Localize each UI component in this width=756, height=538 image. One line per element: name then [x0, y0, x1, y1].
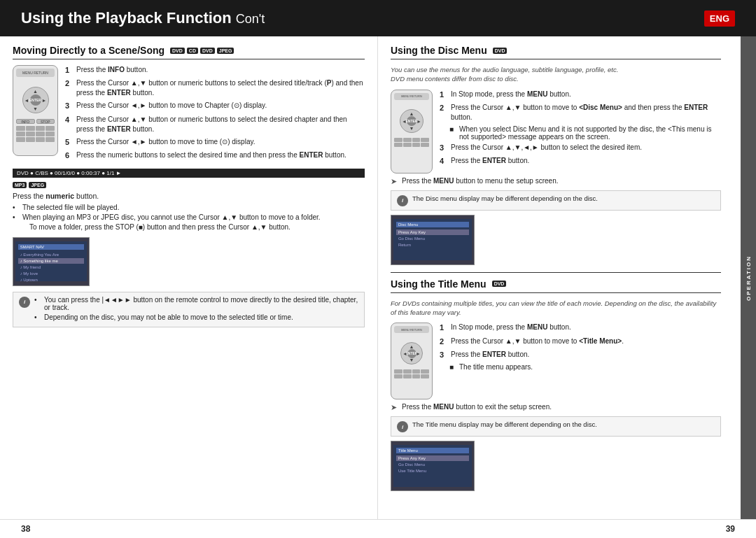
title-step-2: 2 Press the Cursor ▲,▼ button to move to… [440, 337, 721, 347]
title-note-text: The Title menu display may be different … [412, 420, 597, 428]
disc-note-text: The Disc menu display may be different d… [412, 194, 598, 202]
screen-item-5: ♪ Uptown [18, 277, 85, 283]
cd-icon: CD [187, 48, 198, 54]
numeric-icons: MP3 JPEG [13, 182, 365, 188]
disc-note-icon: i [397, 195, 408, 206]
left-column: Moving Directly to a Scene/Song DVD CD D… [0, 36, 378, 519]
title-menu-intro: For DVDs containing multiple titles, you… [391, 299, 721, 318]
note-box-left: i • You can press the |◄◄►► button on th… [13, 292, 365, 327]
dvd-icon-title: DVD [492, 281, 507, 287]
title-menu-instructions: 1 In Stop mode, press the MENU button. 2… [440, 323, 721, 399]
note-icon-left: i [19, 297, 30, 308]
title-menu-section-header: Using the Title Menu DVD [391, 278, 721, 293]
remote-dpad-title: ▲ ▼ ◄ ► ENTER [400, 342, 423, 364]
dvd-icon-disc: DVD [493, 48, 507, 54]
jpeg-icon-2: JPEG [29, 182, 46, 188]
title-note-box: i The Title menu display may be differen… [391, 416, 721, 437]
bullet-1: • The selected file will be played. [13, 204, 365, 211]
step-1: 1 Press the INFO button. [65, 65, 365, 76]
right-column: Using the Disc Menu DVD You can use the … [378, 36, 741, 519]
operation-sidebar: OPERATION [741, 36, 756, 519]
part1-instructions: 1 Press the INFO button. 2 Press the Cur… [65, 65, 365, 164]
remote-image-1: MENU RETURN ▲ ▼ ◄ ► ENTER INFO STOP [13, 65, 58, 156]
page-container: Using the Playback Function Con't ENG Mo… [0, 0, 756, 538]
bullet-3: To move a folder, press the STOP (■) but… [20, 223, 365, 231]
title-step-1: 1 In Stop mode, press the MENU button. [440, 323, 721, 333]
section-divider [391, 272, 721, 273]
title-note-icon: i [397, 421, 408, 432]
part2-section: MP3 JPEG Press the numeric button. • The… [13, 182, 365, 231]
title-bullet-1: ■ The title menu appears. [449, 363, 721, 371]
disc-strip-text: DVD ● C/BS ● 00/1/0/0 ● 0:00:37 ● 1/1 ► [17, 170, 122, 176]
disc-menu-icons: DVD [493, 48, 507, 54]
disc-step-2: 2 Press the Cursor ▲,▼ button to move to… [440, 103, 721, 122]
screen-title-left: SMART NAV [18, 244, 85, 250]
disc-screen-inner: Disc Menu Press Any Key Go Disc Menu Ret… [393, 219, 472, 261]
disc-screen: Disc Menu Press Any Key Go Disc Menu Ret… [391, 215, 475, 265]
disc-screen-title: Disc Menu [396, 222, 469, 227]
title-step-3: 3 Press the ENTER button. [440, 350, 721, 360]
numeric-instruction: Press the numeric button. [13, 192, 365, 200]
screen-item-4: ♪ My love [18, 271, 85, 276]
disc-menu-intro: You can use the menus for the audio lang… [391, 65, 721, 84]
note-text-left: • You can press the |◄◄►► button on the … [34, 296, 358, 323]
remote-image-title: MENU RETURN ▲ ▼ ◄ ► ENTER [391, 323, 433, 399]
screen-left: SMART NAV ♪ Everything You Are ♪ Somethi… [13, 237, 90, 286]
note-bullet-1: • You can press the |◄◄►► button on the … [34, 296, 358, 311]
title-screen-item-3: Use Title Menu [396, 468, 469, 474]
page-numbers: 38 39 [0, 519, 756, 538]
disc-bullet-1: ■ When you select Disc Menu and it is no… [449, 125, 721, 141]
title-screen-item-1: Press Any Key [396, 455, 469, 461]
step-4: 4 Press the Cursor ▲,▼ button or numeric… [65, 115, 365, 134]
title-screen: Title Menu Press Any Key Go Disc Menu Us… [391, 441, 475, 491]
mp3-icon: MP3 [13, 182, 27, 188]
step-6: 6 Press the numeric buttons to select th… [65, 150, 365, 161]
disc-screen-item-3: Return [396, 242, 469, 248]
page-num-right: 39 [726, 524, 735, 534]
eng-badge: ENG [704, 10, 735, 27]
header-subtitle: Con't [236, 12, 265, 26]
disc-arrow-note: ➤ Press the MENU button to menu the setu… [391, 177, 721, 186]
remote-dpad-disc: ▲ ▼ ◄ ► ENTER [400, 109, 424, 133]
step-2: 2 Press the Cursor ▲,▼ button or numeric… [65, 78, 365, 98]
title-screen-item-2: Go Disc Menu [396, 462, 469, 467]
disc-step-4: 4 Press the ENTER button. [440, 156, 721, 167]
page-num-left: 38 [21, 524, 30, 534]
disc-screen-item-2: Go Disc Menu [396, 236, 469, 241]
remote-image-disc: MENU RETURN ▲ ▼ ◄ ► ENTER [391, 90, 433, 174]
part1-section: MENU RETURN ▲ ▼ ◄ ► ENTER INFO STOP [13, 65, 365, 164]
disc-strip: DVD ● C/BS ● 00/1/0/0 ● 0:00:37 ● 1/1 ► [13, 169, 365, 178]
header-title-text: Using the Playback Function [21, 9, 232, 27]
moving-section-icons: DVD CD DVD JPEG [170, 48, 234, 54]
title-screen-area: Title Menu Press Any Key Go Disc Menu Us… [391, 441, 721, 491]
bullet-2: • When playing an MP3 or JPEG disc, you … [13, 213, 365, 221]
disc-menu-instructions: 1 In Stop mode, press the MENU button. 2… [440, 90, 721, 174]
title-screen-inner: Title Menu Press Any Key Go Disc Menu Us… [393, 445, 472, 487]
remote-dpad: ▲ ▼ ◄ ► ENTER [22, 87, 49, 113]
step-3: 3 Press the Cursor ◄,► button to move to… [65, 101, 365, 111]
dvd-icon-2: DVD [200, 48, 215, 54]
title-screen-title: Title Menu [396, 448, 469, 453]
moving-section-title: Moving Directly to a Scene/Song [13, 45, 164, 56]
disc-menu-content: MENU RETURN ▲ ▼ ◄ ► ENTER [391, 90, 721, 174]
moving-section-header: Moving Directly to a Scene/Song DVD CD D… [13, 45, 365, 59]
screen-item-1: ♪ Everything You Are [18, 252, 85, 257]
screen-item-3: ♪ My friend [18, 264, 85, 270]
screen-inner-left: SMART NAV ♪ Everything You Are ♪ Somethi… [15, 241, 88, 282]
step-5: 5 Press the Cursor ◄,► button to move to… [65, 137, 365, 148]
page-header: Using the Playback Function Con't ENG [0, 0, 756, 36]
title-menu-icons: DVD [492, 281, 507, 287]
disc-note-box: i The Disc menu display may be different… [391, 190, 721, 211]
disc-menu-title: Using the Disc Menu [391, 45, 487, 56]
title-menu-content: MENU RETURN ▲ ▼ ◄ ► ENTER [391, 323, 721, 399]
title-arrow-note: ➤ Press the MENU button to exit the setu… [391, 403, 721, 412]
dvd-icon-1: DVD [170, 48, 185, 54]
main-content: Moving Directly to a Scene/Song DVD CD D… [0, 36, 756, 519]
screen-item-2: ♪ Something like me [18, 258, 85, 264]
title-menu-title: Using the Title Menu [391, 278, 486, 290]
screen-area-left: SMART NAV ♪ Everything You Are ♪ Somethi… [13, 234, 365, 286]
right-col-wrapper: Using the Disc Menu DVD You can use the … [378, 36, 756, 519]
disc-screen-item-1: Press Any Key [396, 229, 469, 235]
disc-screen-area: Disc Menu Press Any Key Go Disc Menu Ret… [391, 215, 721, 265]
disc-step-1: 1 In Stop mode, press the MENU button. [440, 90, 721, 100]
